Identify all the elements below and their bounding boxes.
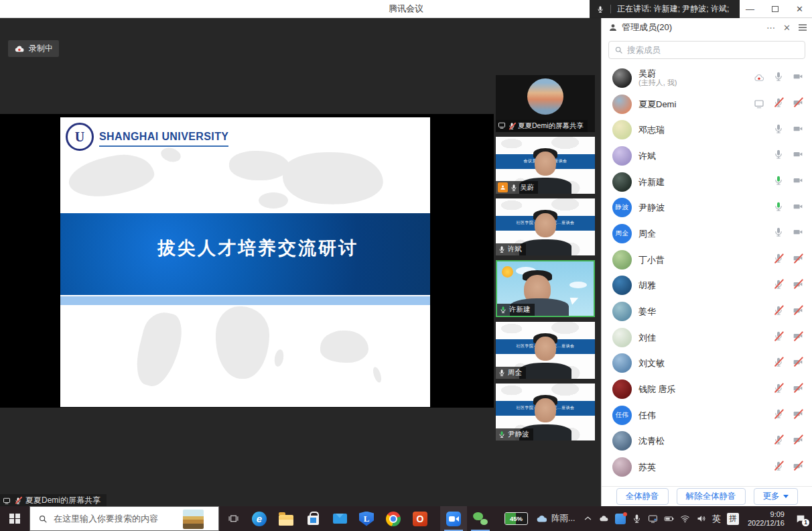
member-name-block: 钱院 唐乐 (638, 384, 676, 394)
notification-center-button[interactable]: 1 (793, 512, 808, 526)
member-row[interactable]: 周全周全 (602, 221, 812, 247)
wifi-status-icon[interactable] (680, 514, 690, 524)
camera-muted-icon (793, 357, 803, 367)
member-name-block: 任伟 (638, 410, 656, 420)
thumbnail-label: 许斌 (508, 245, 522, 254)
member-row[interactable]: 钱院 唐乐 (602, 376, 812, 402)
members-panel-title: 管理成员(20) (622, 21, 672, 34)
screen-share-icon (754, 99, 764, 109)
mic-on-icon (773, 123, 784, 134)
app-tray-icon-with-badge[interactable] (615, 514, 626, 524)
taskbar-clock[interactable]: 9:09 2022/12/16 (745, 510, 787, 528)
avatar (612, 68, 632, 88)
mic-muted-icon (773, 357, 784, 367)
more-options-icon[interactable]: ⋯ (766, 23, 775, 33)
avatar: 周全 (612, 224, 632, 243)
taskbar-app-browser-l[interactable]: L (353, 506, 380, 531)
video-thumbnail[interactable]: 许新建 (496, 260, 595, 317)
show-hidden-icons-caret[interactable] (583, 514, 593, 524)
thumbnail-label: 尹静波 (508, 430, 529, 439)
avatar (612, 328, 632, 347)
mic-muted-icon (773, 279, 784, 290)
taskbar-app-meeting[interactable] (440, 506, 467, 531)
mic-muted-icon (773, 408, 784, 419)
mute-all-button[interactable]: 全体静音 (616, 488, 669, 505)
member-row[interactable]: 吴蔚(主持人, 我) (602, 65, 812, 91)
member-row[interactable]: 沈青松 (602, 428, 812, 455)
mic-muted-icon (508, 122, 516, 130)
member-row[interactable]: 丁小昔 (602, 247, 812, 273)
panel-menu-icon[interactable] (799, 23, 807, 32)
thumbnail-label: 夏夏Demi的屏幕共享 (518, 121, 584, 131)
member-name-block: 丁小昔 (638, 255, 665, 265)
member-name-block: 周全 (638, 229, 656, 239)
microphone-tray-icon[interactable] (632, 514, 642, 524)
taskbar-search-box[interactable] (29, 506, 219, 531)
member-row[interactable]: 邓志瑞 (602, 117, 812, 143)
mic-muted-icon (773, 253, 784, 263)
cloud-tray-icon[interactable] (599, 514, 609, 524)
meeting-main-area: U SHANGHAI UNIVERSITY 拔尖人才培养交流研讨 录制中 夏夏D… (0, 18, 601, 506)
minimize-button[interactable]: — (738, 0, 762, 17)
member-row[interactable]: 姜华 (602, 298, 812, 324)
taskbar-app-wechat[interactable] (467, 506, 494, 531)
volume-status-icon[interactable] (696, 514, 706, 524)
members-panel-footer: 全体静音 解除全体静音 更多 (602, 486, 812, 506)
edge-icon: e (252, 512, 267, 526)
battery-widget[interactable]: 45% (504, 512, 528, 525)
video-thumbnail[interactable]: 社区学院-钱伟长学院…座谈会周全 (496, 322, 595, 379)
avatar (612, 353, 632, 373)
member-row[interactable]: 任伟任伟 (602, 402, 812, 428)
member-search-box[interactable] (608, 41, 805, 59)
member-row[interactable]: 静波尹静波 (602, 194, 812, 221)
taskbar-app-chrome[interactable] (380, 506, 407, 531)
video-thumbnail[interactable]: 夏夏Demi的屏幕共享 (496, 75, 595, 132)
ime-language-indicator[interactable]: 英 (712, 513, 721, 525)
search-highlight-image[interactable] (183, 510, 204, 529)
member-row[interactable]: 刘佳 (602, 324, 812, 351)
member-search-input[interactable] (627, 46, 799, 55)
member-name-block: 夏夏Demi (638, 99, 676, 109)
mic-on-icon (773, 227, 784, 237)
member-row[interactable]: 夏夏Demi (602, 91, 812, 117)
taskbar-search-input[interactable] (54, 514, 192, 524)
member-row[interactable]: 许新建 (602, 169, 812, 195)
taskbar-app-mail[interactable] (326, 506, 353, 531)
unmute-all-button[interactable]: 解除全体静音 (677, 488, 746, 505)
mic-active-icon (773, 201, 784, 212)
taskbar-app-office[interactable]: O (407, 506, 433, 531)
close-panel-icon[interactable]: ✕ (783, 23, 791, 33)
taskbar-app-store[interactable] (299, 506, 326, 531)
camera-on-icon (793, 123, 803, 134)
more-button[interactable]: 更多 (754, 488, 798, 505)
avatar (612, 250, 632, 270)
maximize-button[interactable] (762, 0, 787, 17)
screencast-tray-icon[interactable] (648, 514, 658, 524)
start-button[interactable] (0, 506, 29, 531)
taskbar-app-explorer[interactable] (273, 506, 299, 531)
video-thumbnail[interactable]: 社区学院-钱伟长学院…座谈会尹静波 (496, 384, 595, 440)
camera-muted-icon (793, 97, 803, 108)
video-thumbnail[interactable]: 社区学院-钱伟长学院…座谈会许斌 (496, 198, 595, 255)
slide-title-banner: 拔尖人才培养交流研讨 (60, 213, 430, 295)
ime-pinyin-indicator[interactable]: 拼 (727, 513, 739, 525)
member-row[interactable]: 苏英 (602, 454, 812, 480)
member-name-block: 苏英 (638, 462, 656, 472)
member-row[interactable]: 胡雅 (602, 273, 812, 299)
task-view-button[interactable] (222, 506, 245, 531)
video-thumbnail[interactable]: 会议意见交流…座谈会吴蔚 (496, 137, 595, 194)
battery-status-icon[interactable] (664, 514, 674, 524)
member-row[interactable]: 许斌 (602, 143, 812, 169)
avatar (612, 302, 632, 321)
avatar (612, 146, 632, 166)
screen-share-icon (498, 121, 506, 129)
close-button[interactable]: ✕ (787, 0, 812, 17)
members-panel: 管理成员(20) ⋯ ✕ 吴蔚(主持人, 我)夏夏Demi邓志瑞许斌许新建静波尹… (601, 18, 812, 506)
thumbnail-label: 许新建 (509, 305, 531, 314)
clock-time: 9:09 (748, 510, 785, 519)
taskbar-app-edge[interactable]: e (246, 506, 273, 531)
recording-badge[interactable]: 录制中 (8, 40, 59, 57)
weather-widget[interactable]: 阵雨... (536, 513, 575, 525)
member-row[interactable]: 刘文敏 (602, 351, 812, 377)
avatar (612, 172, 632, 192)
